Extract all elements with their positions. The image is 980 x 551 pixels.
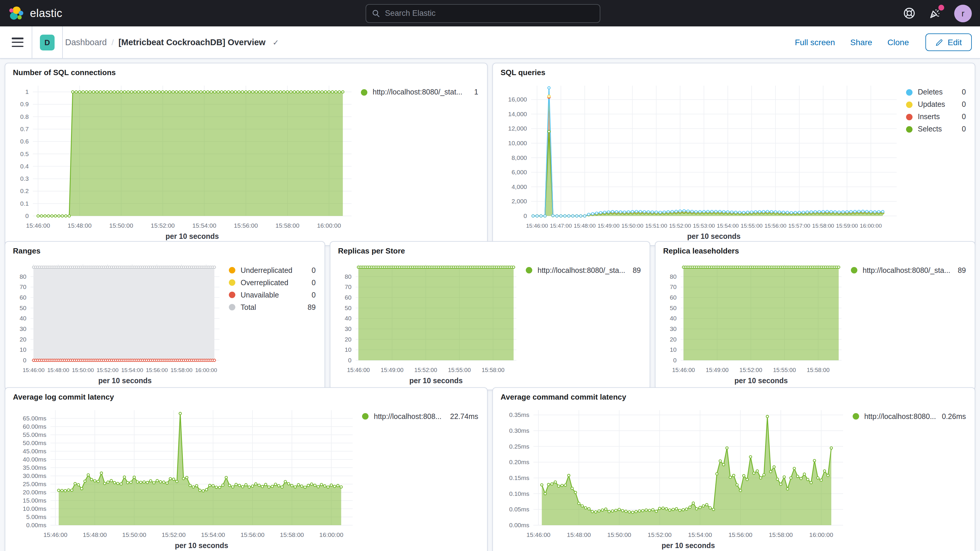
- help-icon[interactable]: [902, 7, 915, 20]
- chart-canvas[interactable]: 15:46:0015:49:0015:52:0015:55:0015:58:00…: [663, 258, 847, 387]
- legend-item[interactable]: Inserts0: [906, 113, 966, 121]
- svg-text:0: 0: [23, 357, 26, 363]
- svg-text:15:54:00: 15:54:00: [717, 223, 739, 229]
- breadcrumb-dashboard-link[interactable]: Dashboard: [65, 38, 107, 47]
- legend-item[interactable]: Selects0: [906, 125, 966, 133]
- chart-canvas[interactable]: 15:46:0015:47:0015:48:0015:49:0015:50:00…: [501, 80, 902, 243]
- svg-text:50: 50: [345, 304, 352, 311]
- svg-text:0: 0: [523, 212, 527, 219]
- svg-text:10,000: 10,000: [508, 140, 527, 147]
- svg-text:16:00:00: 16:00:00: [195, 367, 217, 373]
- chart-legend: Underreplicated0Overreplicated0Unavailab…: [225, 258, 317, 387]
- svg-text:60.00ms: 60.00ms: [22, 423, 46, 430]
- svg-text:30: 30: [20, 325, 26, 332]
- legend-label: Updates: [918, 100, 945, 108]
- full-screen-button[interactable]: Full screen: [795, 38, 835, 47]
- svg-text:15:52:00: 15:52:00: [97, 367, 119, 373]
- svg-text:15:50:00: 15:50:00: [72, 367, 94, 373]
- legend-label: http://localhost:8080/_sta...: [862, 266, 950, 275]
- saved-check-icon[interactable]: ✓: [272, 38, 279, 47]
- svg-text:0.10ms: 0.10ms: [509, 490, 529, 497]
- svg-text:15:46:00: 15:46:00: [347, 367, 370, 373]
- legend-label: Underreplicated: [240, 266, 293, 275]
- chart-canvas[interactable]: 15:46:0015:48:0015:50:0015:52:0015:54:00…: [13, 80, 357, 243]
- chart-canvas[interactable]: 15:46:0015:48:0015:50:0015:52:0015:54:00…: [13, 404, 358, 551]
- legend-label: http://localhost:8080/_sta...: [538, 266, 625, 275]
- svg-text:10: 10: [345, 346, 352, 353]
- legend-value: 1: [468, 88, 478, 96]
- legend-value: 0: [306, 291, 316, 299]
- legend-item[interactable]: Deletes0: [906, 88, 966, 96]
- svg-text:15:50:00: 15:50:00: [109, 222, 133, 229]
- svg-text:15:48:00: 15:48:00: [574, 223, 596, 229]
- svg-text:15:56:00: 15:56:00: [240, 531, 265, 538]
- dashboard-badge[interactable]: D: [40, 34, 54, 50]
- whats-new-icon[interactable]: [928, 7, 941, 20]
- svg-text:15:58:00: 15:58:00: [769, 531, 793, 538]
- kibana-app: elastic Search Elastic: [0, 0, 980, 551]
- svg-text:6,000: 6,000: [511, 169, 527, 175]
- svg-text:1: 1: [25, 88, 29, 95]
- svg-text:16:00:00: 16:00:00: [860, 223, 882, 229]
- chart-canvas[interactable]: 15:46:0015:48:0015:50:0015:52:0015:54:00…: [501, 404, 849, 551]
- legend-value: 22.74ms: [444, 412, 478, 421]
- chart-canvas[interactable]: 15:46:0015:49:0015:52:0015:55:0015:58:00…: [338, 258, 522, 387]
- svg-text:per 10 seconds: per 10 seconds: [662, 541, 715, 549]
- legend-item[interactable]: Updates0: [906, 100, 966, 108]
- svg-text:0.15ms: 0.15ms: [509, 474, 529, 481]
- svg-text:15:54:00: 15:54:00: [192, 222, 216, 229]
- svg-text:0: 0: [25, 212, 29, 219]
- user-avatar[interactable]: r: [954, 5, 972, 22]
- edit-button[interactable]: Edit: [926, 33, 972, 51]
- svg-text:15:52:00: 15:52:00: [648, 531, 671, 538]
- svg-text:15:58:00: 15:58:00: [482, 367, 504, 373]
- legend-value: 0: [306, 266, 316, 275]
- legend-item[interactable]: http://localhost:8080/_sta...89: [526, 266, 641, 275]
- legend-swatch-icon: [229, 292, 235, 298]
- svg-text:16:00:00: 16:00:00: [317, 222, 341, 229]
- svg-text:20.00ms: 20.00ms: [22, 489, 46, 495]
- svg-text:15:54:00: 15:54:00: [201, 531, 225, 538]
- legend-item[interactable]: Overreplicated0: [229, 279, 316, 287]
- svg-text:0.9: 0.9: [20, 100, 29, 107]
- svg-text:0.20ms: 0.20ms: [509, 459, 529, 465]
- svg-text:80: 80: [20, 273, 26, 280]
- toolbar-divider: [32, 26, 32, 58]
- legend-swatch-icon: [906, 126, 913, 132]
- svg-text:0.05ms: 0.05ms: [509, 506, 529, 513]
- svg-text:15:58:00: 15:58:00: [812, 223, 834, 229]
- legend-item[interactable]: http://localhost:8080/_stat...1: [361, 88, 478, 96]
- legend-label: Inserts: [918, 113, 940, 121]
- svg-text:14,000: 14,000: [508, 111, 527, 117]
- svg-text:40: 40: [670, 315, 677, 322]
- svg-text:15:58:00: 15:58:00: [275, 222, 299, 229]
- panel-average-command-commit-latency: Average command commit latency 15:46:001…: [492, 387, 975, 551]
- svg-text:15:48:00: 15:48:00: [83, 531, 107, 538]
- menu-icon[interactable]: [12, 38, 24, 47]
- svg-text:15:52:00: 15:52:00: [414, 367, 437, 373]
- legend-value: 89: [952, 266, 966, 275]
- legend-swatch-icon: [229, 304, 235, 311]
- legend-item[interactable]: http://localhost:8080/_sta...89: [851, 266, 966, 275]
- svg-text:60: 60: [345, 294, 352, 301]
- share-button[interactable]: Share: [850, 38, 872, 47]
- legend-item[interactable]: http://localhost:8080...0.26ms: [853, 412, 966, 421]
- elastic-brand[interactable]: elastic: [8, 5, 62, 21]
- svg-text:30: 30: [345, 325, 352, 332]
- legend-value: 89: [627, 266, 641, 275]
- svg-text:15:58:00: 15:58:00: [807, 367, 829, 373]
- svg-text:15:49:00: 15:49:00: [380, 367, 403, 373]
- clone-button[interactable]: Clone: [888, 38, 909, 47]
- legend-item[interactable]: Total89: [229, 303, 316, 312]
- svg-text:80: 80: [670, 273, 677, 280]
- svg-text:60: 60: [670, 294, 677, 301]
- svg-text:16,000: 16,000: [508, 96, 527, 103]
- svg-text:12,000: 12,000: [508, 125, 527, 132]
- legend-item[interactable]: http://localhost:808...22.74ms: [362, 412, 478, 421]
- legend-item[interactable]: Underreplicated0: [229, 266, 316, 275]
- svg-text:70: 70: [670, 283, 677, 290]
- svg-text:0.25ms: 0.25ms: [509, 443, 529, 449]
- legend-item[interactable]: Unavailable0: [229, 291, 316, 299]
- chart-canvas[interactable]: 15:46:0015:48:0015:50:0015:52:0015:54:00…: [13, 258, 225, 387]
- global-search-input[interactable]: Search Elastic: [366, 4, 600, 22]
